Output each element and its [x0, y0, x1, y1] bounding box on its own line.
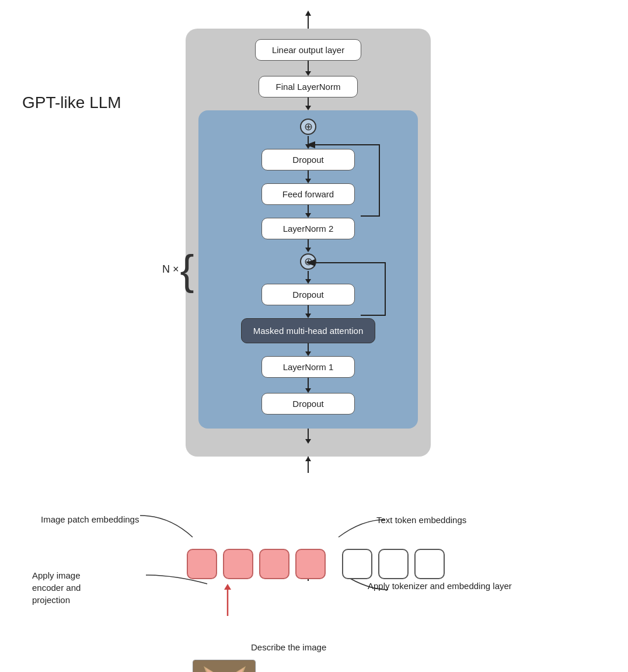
- dropout-bottom-inner-box: Dropout: [261, 393, 355, 415]
- embed-box-white-2: [378, 549, 409, 579]
- layernorm1-box: LayerNorm 1: [261, 356, 355, 378]
- embed-box-white-3: [414, 549, 445, 579]
- diagram-area: Linear output layer Final LayerNorm N × …: [180, 11, 437, 469]
- outer-gray-box: Linear output layer Final LayerNorm N × …: [186, 29, 431, 457]
- svg-marker-3: [224, 584, 231, 590]
- embed-box-red-1: [187, 549, 217, 579]
- text-token-label: Text token embeddings: [376, 515, 466, 525]
- apply-tokenizer-label: Apply tokenizer and embedding layer: [368, 581, 512, 591]
- embed-box-red-4: [295, 549, 326, 579]
- layernorm2-box: LayerNorm 2: [261, 218, 355, 239]
- embed-box-white-1: [342, 549, 372, 579]
- embed-box-red-3: [259, 549, 289, 579]
- final-layernorm-box: Final LayerNorm: [259, 76, 358, 98]
- plus-circle-top: ⊕: [300, 119, 316, 135]
- blue-inner-box: N × { ⊕ Dropout Feed forwar: [198, 110, 418, 429]
- gpt-label: GPT-like LLM: [22, 93, 121, 112]
- feed-forward-box: Feed forward: [261, 183, 355, 205]
- dropout-top-box: Dropout: [261, 149, 355, 170]
- svg-rect-6: [193, 660, 256, 672]
- image-patch-label: Image patch embeddings: [41, 514, 139, 525]
- top-output-arrow: [305, 11, 311, 29]
- masked-attention-box: Masked multi-head attention: [241, 318, 375, 343]
- embed-row: [187, 549, 445, 579]
- apply-image-label: Apply imageencoder andprojection: [32, 569, 81, 606]
- cat-image: [193, 660, 256, 672]
- linear-output-box: Linear output layer: [255, 39, 361, 61]
- dropout-mid-box: Dropout: [261, 284, 355, 305]
- arrow-head-top: [305, 11, 311, 16]
- plus-circle-mid: ⊕: [300, 253, 316, 270]
- embed-box-red-2: [223, 549, 253, 579]
- nx-brace-label: N × {: [162, 250, 194, 288]
- describe-image-label: Describe the image: [251, 642, 326, 652]
